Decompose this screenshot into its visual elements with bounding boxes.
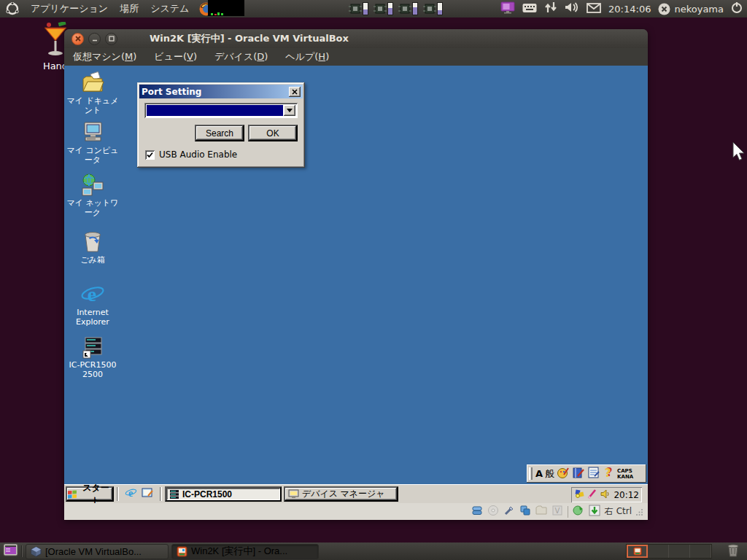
guest-taskbar: スタート e IC-PCR1500 デバイス マネージャ 20:12 xyxy=(64,484,648,503)
usb-audio-checkbox[interactable] xyxy=(145,150,155,160)
ok-button[interactable]: OK xyxy=(248,125,298,141)
maximize-button[interactable] xyxy=(105,33,117,45)
guest-icon-internet-explorer[interactable]: e Internet Explorer xyxy=(65,283,120,327)
network-updown-icon[interactable] xyxy=(544,1,557,16)
dialog-titlebar[interactable]: Port Setting xyxy=(139,85,303,98)
menu-help[interactable]: ヘルプ(H) xyxy=(285,50,329,63)
taskbar-button-icpcr1500[interactable]: IC-PCR1500 xyxy=(165,486,282,502)
display-indicator-icon[interactable] xyxy=(500,1,515,17)
cd-status-icon[interactable] xyxy=(487,505,499,519)
taskbar-button-label: IC-PCR1500 xyxy=(182,489,232,499)
virtualization-status-icon[interactable]: V xyxy=(551,505,563,519)
tray-volume-icon[interactable] xyxy=(600,489,611,501)
taskbar-separator xyxy=(117,487,119,501)
ime-pad-icon[interactable] xyxy=(587,466,600,482)
workspace-3[interactable] xyxy=(669,545,690,558)
taskbar-button-label: デバイス マネージャ xyxy=(302,488,385,500)
menu-view[interactable]: ビュー(V) xyxy=(154,50,197,63)
vbox-menubar: 仮想マシン(M) ビュー(V) デバイス(D) ヘルプ(H) xyxy=(64,48,648,66)
auto-resize-status-icon[interactable] xyxy=(589,505,600,519)
menu-devices[interactable]: デバイス(D) xyxy=(214,50,268,63)
guest-icon-label: ごみ箱 xyxy=(65,255,120,265)
menu-virtual-machine[interactable]: 仮想マシン(M) xyxy=(73,50,136,63)
my-network-icon xyxy=(81,174,104,197)
guest-system-tray: 20:12 xyxy=(571,487,642,502)
guest-icon-icpcr1500[interactable]: IC-PCR1500 2500 xyxy=(65,335,120,379)
taskbar-window-label: [Oracle VM VirtualBo... xyxy=(45,546,142,557)
guest-icon-my-computer[interactable]: マイ コンピュータ xyxy=(65,121,120,165)
vbox-titlebar[interactable]: Win2K [実行中] - Oracle VM VirtualBox xyxy=(64,29,648,48)
ime-help-icon[interactable]: ?? xyxy=(603,466,614,482)
power-icon[interactable] xyxy=(731,1,743,16)
menu-places[interactable]: 場所 xyxy=(114,0,144,18)
workspace-4[interactable] xyxy=(690,545,711,558)
user-status-icon xyxy=(658,3,670,15)
icpcr-window-icon xyxy=(169,489,179,499)
taskbar-separator xyxy=(160,487,162,501)
cpu-chip-icon xyxy=(398,2,418,15)
network-status-icon[interactable] xyxy=(519,505,531,519)
ubuntu-logo-icon[interactable] xyxy=(0,2,25,15)
menu-applications[interactable]: アプリケーション xyxy=(25,0,114,18)
combobox-dropdown-button[interactable] xyxy=(284,105,295,116)
guest-clock[interactable]: 20:12 xyxy=(614,490,639,500)
ime-drag-handle[interactable] xyxy=(529,467,533,480)
port-combobox[interactable] xyxy=(144,103,298,118)
mail-indicator-icon[interactable] xyxy=(587,2,601,16)
ime-dictionary-icon[interactable] xyxy=(572,466,585,482)
panel-clock[interactable]: 20:14:06 xyxy=(608,4,651,15)
taskbar-window-win2k-vm[interactable]: Win2K [実行中] - Ora... xyxy=(171,544,319,559)
show-desktop-button[interactable] xyxy=(3,543,18,560)
bottom-panel: [Oracle VM VirtualBo... Win2K [実行中] - Or… xyxy=(0,542,747,560)
resize-grip[interactable] xyxy=(636,505,643,518)
trash-icon[interactable] xyxy=(727,542,740,560)
cpu-frequency-applets[interactable] xyxy=(349,2,443,15)
taskbar-window-virtualbox-manager[interactable]: [Oracle VM VirtualBo... xyxy=(26,544,169,559)
usb-audio-checkbox-label: USB Audio Enable xyxy=(159,149,237,160)
guest-display[interactable]: マイ ドキュメント マイ コンピュータ マイ ネットワーク ごみ箱 e Inte… xyxy=(64,66,648,503)
volume-icon[interactable] xyxy=(565,1,579,16)
workspace-2[interactable] xyxy=(648,545,669,558)
search-button[interactable]: Search xyxy=(195,125,244,141)
svg-text:?: ? xyxy=(605,467,611,479)
mouse-integration-status-icon[interactable] xyxy=(573,505,584,519)
session-indicator[interactable]: nekoyama xyxy=(658,3,724,15)
tray-pen-icon[interactable] xyxy=(587,489,598,502)
close-button[interactable] xyxy=(71,33,84,45)
quicklaunch-ie-icon[interactable]: e xyxy=(125,487,137,502)
port-combobox-value xyxy=(147,105,283,116)
window-title: Win2K [実行中] - Oracle VM VirtualBox xyxy=(150,32,349,45)
start-button[interactable]: スタート xyxy=(66,486,114,502)
ime-tools-icon[interactable] xyxy=(557,466,570,482)
guest-icon-label: マイ コンピュータ xyxy=(65,146,120,165)
tray-app-icon[interactable] xyxy=(574,489,585,502)
system-monitor-applet[interactable] xyxy=(208,0,244,16)
minimize-button[interactable] xyxy=(88,33,101,45)
recycle-bin-icon xyxy=(81,230,104,254)
quicklaunch-show-desktop-icon[interactable] xyxy=(142,487,154,502)
guest-icon-my-documents[interactable]: マイ ドキュメント xyxy=(65,71,120,115)
harddisk-status-icon[interactable] xyxy=(471,505,483,519)
shared-folders-status-icon[interactable] xyxy=(535,505,547,519)
menu-system[interactable]: システム xyxy=(144,0,195,18)
ime-toolbar[interactable]: A 般 ?? CAPSKANA xyxy=(527,464,646,483)
svg-text:e: e xyxy=(88,283,96,306)
guest-icon-label: IC-PCR1500 2500 xyxy=(65,360,120,379)
usb-status-icon[interactable] xyxy=(503,505,515,519)
guest-icon-recycle-bin[interactable]: ごみ箱 xyxy=(65,230,120,265)
quick-launch: e xyxy=(122,487,157,502)
dialog-title: Port Setting xyxy=(142,87,201,97)
workspace-switcher[interactable] xyxy=(626,544,712,559)
icpcr1500-icon xyxy=(81,335,104,359)
taskbar-button-device-manager[interactable]: デバイス マネージャ xyxy=(284,486,398,502)
ime-conversion-mode[interactable]: 般 xyxy=(545,467,554,481)
statusbar-separator xyxy=(568,506,568,518)
username-label: nekoyama xyxy=(674,4,724,15)
guest-icon-my-network[interactable]: マイ ネットワーク xyxy=(65,174,120,217)
workspace-1-active[interactable] xyxy=(627,545,648,558)
dialog-close-button[interactable] xyxy=(289,87,301,97)
keyboard-indicator-icon[interactable] xyxy=(522,2,537,16)
ime-input-mode[interactable]: A xyxy=(535,468,543,479)
taskbar-window-label: Win2K [実行中] - Ora... xyxy=(191,545,287,558)
ime-caps-kana: CAPSKANA xyxy=(617,468,633,480)
